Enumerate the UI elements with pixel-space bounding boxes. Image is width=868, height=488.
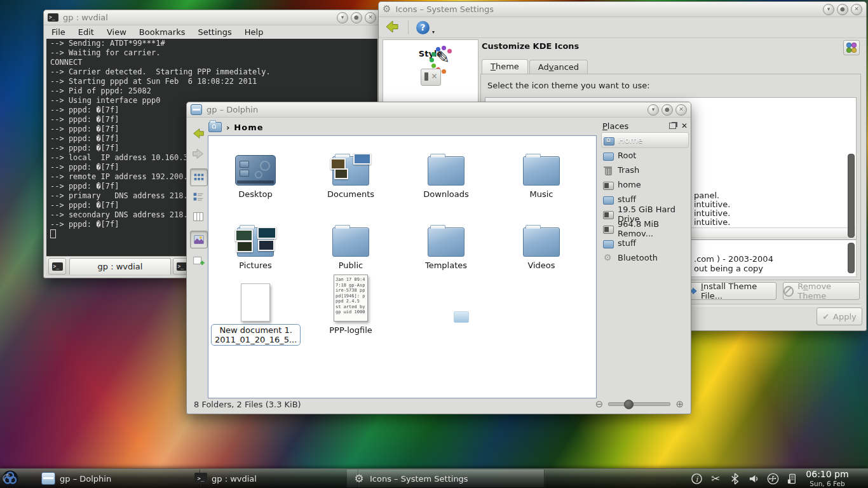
file-label: Pictures — [239, 261, 271, 270]
minimize-button[interactable]: ▾ — [337, 12, 348, 24]
file-label: Music — [530, 189, 553, 199]
maximize-button[interactable]: ● — [837, 4, 848, 15]
place-bluetooth[interactable]: Bluetooth — [601, 250, 689, 265]
menu-edit[interactable]: Edit — [78, 27, 94, 37]
forward-arrow-icon[interactable] — [190, 146, 207, 162]
menu-file[interactable]: File — [51, 27, 65, 37]
dolphin-window: gp – Dolphin ▾ ● ✕ › Home DesktopDocumen… — [186, 102, 691, 414]
place-964-8-mib-remov-[interactable]: 964.8 MiB Remov... — [601, 221, 689, 236]
file-item[interactable]: New document 1.2011_01_20_16_5... — [211, 277, 300, 346]
home-folder-icon[interactable] — [208, 122, 222, 132]
place-label: home — [618, 180, 641, 189]
overview-button[interactable] — [843, 40, 860, 55]
file-item[interactable]: Desktop — [211, 141, 300, 199]
status-bar: 8 Folders, 2 Files (3.3 KiB) ⊖ ⊕ — [189, 396, 689, 412]
menu-help[interactable]: Help — [245, 27, 264, 37]
terminal-line: --> Waiting for carrier. — [46, 48, 377, 58]
file-item[interactable]: Templates — [402, 212, 491, 270]
place-label: Root — [618, 151, 636, 160]
file-item[interactable]: Pictures — [211, 212, 300, 270]
scissors-icon[interactable]: ✂ — [709, 472, 722, 485]
theme-list-row[interactable]: intuitive. — [694, 208, 730, 218]
minimize-button[interactable]: ▾ — [648, 104, 659, 116]
list-scrollbar[interactable] — [848, 154, 855, 238]
menu-view[interactable]: View — [107, 27, 126, 37]
trash-icon — [603, 166, 614, 175]
chevron-down-icon[interactable]: ▾ — [432, 29, 435, 35]
theme-list-row[interactable]: panel. — [694, 191, 719, 200]
terminal-icon: >_ — [194, 473, 207, 484]
usb-icon[interactable] — [766, 472, 779, 485]
folder-icon — [603, 239, 614, 248]
menu-bookmarks[interactable]: Bookmarks — [139, 27, 186, 37]
file-item[interactable]: Jan 17 09:4 7:18 gp-Asp ire-5738 pp pd[1… — [306, 277, 395, 335]
dolphin-titlebar[interactable]: gp – Dolphin ▾ ● ✕ — [187, 102, 691, 118]
detach-tab-button[interactable]: >_ — [48, 258, 66, 274]
theme-list-row[interactable]: intuitive. — [694, 200, 730, 209]
file-item[interactable]: Public — [306, 212, 395, 270]
task-terminal[interactable]: >_gp : wvdial — [189, 470, 358, 487]
bluetooth-icon[interactable] — [728, 472, 741, 485]
konsole-menubar: FileEditViewBookmarksSettingsHelp — [44, 25, 380, 39]
theme-list-row[interactable]: intuitive. — [694, 217, 730, 227]
float-panel-icon[interactable] — [669, 123, 676, 129]
close-button[interactable]: ✕ — [675, 104, 687, 116]
folder-view[interactable]: DesktopDocumentsDownloadsMusicPicturesPu… — [208, 135, 597, 398]
tab-theme[interactable]: Theme — [482, 59, 528, 74]
task-gear[interactable]: ⚙Icons – System Settings — [347, 470, 545, 487]
install-theme-button[interactable]: Install Theme File... — [688, 282, 776, 300]
menu-settings[interactable]: Settings — [198, 27, 231, 37]
maximize-button[interactable]: ● — [661, 104, 673, 116]
place-trash[interactable]: Trash — [601, 163, 689, 177]
volume-icon[interactable] — [747, 472, 760, 485]
remove-theme-button[interactable]: Remove Theme — [783, 282, 860, 300]
back-arrow-icon[interactable] — [190, 125, 207, 142]
file-item[interactable]: Music — [497, 141, 586, 199]
printer-icon[interactable] — [785, 472, 798, 485]
sidebar-item-style[interactable]: ✎ Style — [383, 40, 478, 58]
split-add-icon[interactable] — [190, 252, 207, 269]
preview-icon[interactable] — [190, 231, 208, 248]
close-button[interactable]: ✕ — [365, 12, 376, 24]
system-settings-titlebar[interactable]: ⚙ Icons – System Settings ▾ ● ✕ — [379, 2, 866, 17]
konsole-tab[interactable]: gp : wvdial — [69, 258, 171, 274]
place-root[interactable]: Root — [601, 148, 689, 163]
places-panel: Places ✕ HomeRootTrashhomestuff19.5 GiB … — [601, 119, 689, 412]
details-view-icon[interactable] — [190, 189, 207, 205]
workspace-icon[interactable]: ✕ — [421, 69, 441, 86]
place-home[interactable]: Home — [601, 132, 689, 148]
icons-view-icon[interactable] — [190, 168, 208, 186]
folder-documents-icon — [332, 156, 369, 186]
place-label: Bluetooth — [618, 253, 658, 262]
konsole-titlebar[interactable]: >_ gp : wvdial ▾ ● ✕ — [44, 10, 380, 25]
columns-view-icon[interactable] — [190, 208, 207, 225]
info-icon[interactable]: i — [690, 472, 703, 485]
close-button[interactable]: ✕ — [851, 4, 862, 15]
folder-home-icon — [604, 136, 614, 145]
description-scrollbar[interactable] — [848, 243, 855, 273]
file-item[interactable]: Downloads — [402, 141, 491, 199]
close-panel-icon[interactable]: ✕ — [681, 121, 688, 130]
file-item[interactable]: Videos — [497, 212, 586, 270]
back-button[interactable] — [384, 20, 400, 36]
tab-advanced[interactable]: Advanced — [529, 60, 588, 74]
zoom-slider-handle[interactable] — [624, 400, 634, 409]
folder-pictures-icon — [237, 227, 274, 257]
help-button[interactable]: ? — [416, 21, 430, 34]
dolphin-title: gp – Dolphin — [207, 105, 258, 114]
file-item[interactable]: Documents — [306, 141, 395, 199]
minimize-button[interactable]: ▾ — [823, 4, 834, 15]
place-home[interactable]: home — [601, 177, 689, 192]
theme-description-line: out being a copy — [694, 264, 763, 273]
clock[interactable]: 06:10 pm Sun, 6 Feb — [802, 470, 853, 488]
page-title: Customize KDE Icons — [482, 41, 579, 51]
button-label: Install Theme File... — [701, 281, 776, 301]
maximize-button[interactable]: ● — [351, 12, 362, 24]
zoom-slider[interactable] — [608, 402, 670, 406]
breadcrumb-home[interactable]: Home — [234, 123, 263, 132]
photo-thumb — [334, 168, 348, 179]
zoom-out-icon[interactable]: ⊖ — [595, 400, 604, 409]
apply-button[interactable]: ✔ Apply — [817, 308, 862, 325]
zoom-in-icon[interactable]: ⊕ — [675, 400, 684, 409]
task-dolphin[interactable]: gp – Dolphin — [36, 470, 200, 487]
